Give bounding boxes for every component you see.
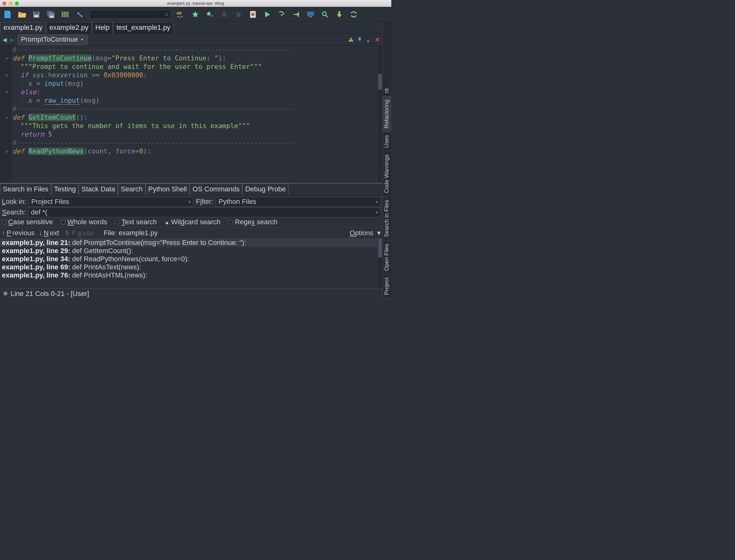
bottom-panel-tabs: Search in Files Testing Stack Data Searc… — [0, 184, 382, 195]
pin-icon[interactable] — [358, 37, 362, 43]
search-input[interactable]: def *(▾ — [28, 207, 380, 217]
debug-run-icon[interactable] — [263, 10, 272, 19]
search-result[interactable]: example1.py, line 76: def PrintAsHTML(ne… — [0, 271, 382, 279]
bookmark-next-icon[interactable] — [234, 10, 243, 19]
results-scrollbar[interactable] — [377, 239, 382, 288]
look-in-combo[interactable]: Project Files▾ — [28, 197, 194, 207]
nav-forward-icon[interactable]: ▶ — [10, 36, 14, 43]
svg-rect-17 — [351, 41, 351, 41]
panel-tab-5[interactable]: OS Commands — [190, 184, 242, 195]
file-tab-1[interactable]: example2.py — [46, 22, 92, 34]
search-result[interactable]: example1.py, line 29: def GetItemCount()… — [0, 247, 382, 255]
warning-icon[interactable] — [348, 37, 354, 43]
code-line[interactable]: #---------------------------------------… — [0, 105, 382, 113]
save-all-icon[interactable] — [46, 10, 55, 19]
code-editor[interactable]: #---------------------------------------… — [0, 46, 382, 183]
collapse-icon[interactable]: ⌄ — [366, 36, 371, 44]
search-tool-icon[interactable] — [321, 10, 329, 19]
side-tab-uses[interactable]: Uses — [383, 132, 391, 151]
fold-icon[interactable]: ▽ — [6, 54, 8, 63]
current-file-label: File: example1.py — [104, 229, 158, 237]
code-line[interactable]: #---------------------------------------… — [0, 139, 382, 147]
side-tab-nt[interactable]: nt — [383, 85, 391, 96]
file-tab-0[interactable]: example1.py — [0, 22, 46, 34]
code-line[interactable]: #---------------------------------------… — [0, 46, 382, 54]
side-tab-code-warnings[interactable]: Code Warnings — [383, 151, 391, 196]
code-line[interactable]: ▽def PromptToContinue(msg="Press Enter t… — [0, 54, 382, 63]
nav-back-icon[interactable]: ◀ — [3, 36, 7, 43]
open-folder-icon[interactable] — [18, 10, 26, 19]
close-editor-icon[interactable]: ✕ — [375, 36, 380, 44]
download-icon[interactable] — [335, 10, 344, 19]
chevron-down-icon: ▾ — [81, 37, 83, 42]
panel-tab-0[interactable]: Search in Files — [0, 184, 51, 195]
sync-icon[interactable] — [350, 10, 358, 19]
save-icon[interactable] — [32, 10, 41, 19]
text-search-radio[interactable]: Text search — [115, 218, 157, 226]
scroll-thumb[interactable] — [378, 74, 382, 90]
panel-tab-2[interactable]: Stack Data — [79, 184, 118, 195]
window-title: example1.py: tutorial.wpr: Wing — [0, 1, 391, 6]
bookmark-prev-icon[interactable] — [220, 10, 229, 19]
symbol-dropdown[interactable]: PromptToContinue ▾ — [18, 34, 88, 45]
fold-icon[interactable]: ▽ — [6, 88, 8, 96]
file-tab-2[interactable]: Help — [92, 22, 113, 34]
panel-tab-4[interactable]: Python Shell — [146, 184, 190, 195]
search-result[interactable]: example1.py, line 34: def ReadPythonNews… — [0, 255, 382, 263]
monitor-icon[interactable] — [306, 10, 315, 19]
panel-tab-6[interactable]: Debug Probe — [242, 184, 289, 195]
options-button[interactable]: Options ▾ — [350, 229, 380, 237]
whole-words-checkbox[interactable]: Whole words — [61, 218, 107, 226]
svg-rect-12 — [307, 12, 314, 16]
side-tab-open-files[interactable]: Open Files — [383, 241, 391, 274]
search-result[interactable]: example1.py, line 69: def PrintAsText(ne… — [0, 263, 382, 271]
code-line[interactable]: ▽ else: — [0, 88, 382, 96]
search-result[interactable]: example1.py, line 21: def PromptToContin… — [0, 239, 382, 247]
fold-icon[interactable]: ▽ — [6, 147, 8, 156]
code-line[interactable]: return 5 — [0, 130, 382, 139]
code-line[interactable]: │ x = raw_input(msg) — [0, 96, 382, 105]
pause-button[interactable]: ⏸Pause — [64, 229, 94, 237]
bookmark-add-icon[interactable] — [205, 10, 214, 19]
vertical-scrollbar[interactable] — [377, 46, 382, 183]
code-line[interactable]: ▽def ReadPythonNews(count, force=0): — [0, 147, 382, 156]
side-tab-project[interactable]: Project — [383, 274, 391, 298]
spellcheck-icon[interactable]: AB — [177, 10, 185, 19]
code-line[interactable]: """Prompt to continue and wait for the u… — [0, 63, 382, 71]
case-sensitive-checkbox[interactable]: Case sensitive — [2, 218, 53, 226]
code-line[interactable]: ▽ if sys.hexversion >= 0x03000000: — [0, 71, 382, 80]
svg-point-14 — [323, 12, 326, 16]
panel-tab-3[interactable]: Search — [118, 184, 146, 195]
scroll-thumb[interactable] — [378, 239, 382, 257]
goto-definition-icon[interactable] — [75, 10, 84, 19]
code-line[interactable]: ▽def GetItemCount(): — [0, 113, 382, 122]
filter-combo[interactable]: Python Files▾ — [216, 197, 380, 207]
new-file-icon[interactable] — [3, 10, 12, 19]
indent-icon[interactable] — [61, 10, 70, 19]
step-over-icon[interactable] — [277, 10, 286, 19]
file-tab-3[interactable]: test_example1.py — [113, 22, 174, 34]
previous-button[interactable]: ↑Previous — [2, 229, 35, 237]
next-button[interactable]: ↓Next — [39, 229, 59, 237]
code-line[interactable]: """This gets the number of items to use … — [0, 122, 382, 130]
regex-search-radio[interactable]: Regex search — [229, 218, 277, 226]
search-results[interactable]: example1.py, line 21: def PromptToContin… — [0, 239, 382, 288]
file-tabs: example1.py example2.py Help test_exampl… — [0, 22, 382, 34]
fold-icon[interactable]: ▽ — [6, 71, 8, 80]
fold-icon[interactable]: ▽ — [6, 113, 8, 122]
panel-tab-1[interactable]: Testing — [51, 184, 79, 195]
bookmark-icon[interactable] — [191, 10, 200, 19]
bug-icon[interactable]: ✳ — [3, 290, 8, 298]
side-tab-refactoring[interactable]: Refactoring — [383, 96, 391, 132]
search-button-row: ↑Previous ↓Next ⏸Pause File: example1.py… — [0, 227, 382, 239]
code-line[interactable]: │ x = input(msg) — [0, 80, 382, 88]
wildcard-search-radio[interactable]: Wildcard search — [165, 218, 221, 226]
svg-rect-16 — [351, 39, 351, 40]
filter-label: Filter: — [196, 198, 213, 206]
editor-navbar: ◀ ▶ PromptToContinue ▾ ⌄ ✕ — [0, 34, 382, 46]
window-titlebar: example1.py: tutorial.wpr: Wing — [0, 0, 391, 7]
step-into-icon[interactable] — [292, 10, 301, 19]
toolbar-search-input[interactable] — [90, 10, 171, 19]
breakpoint-icon[interactable] — [249, 10, 257, 19]
side-tab-search-in-files[interactable]: Search in Files — [383, 197, 391, 241]
